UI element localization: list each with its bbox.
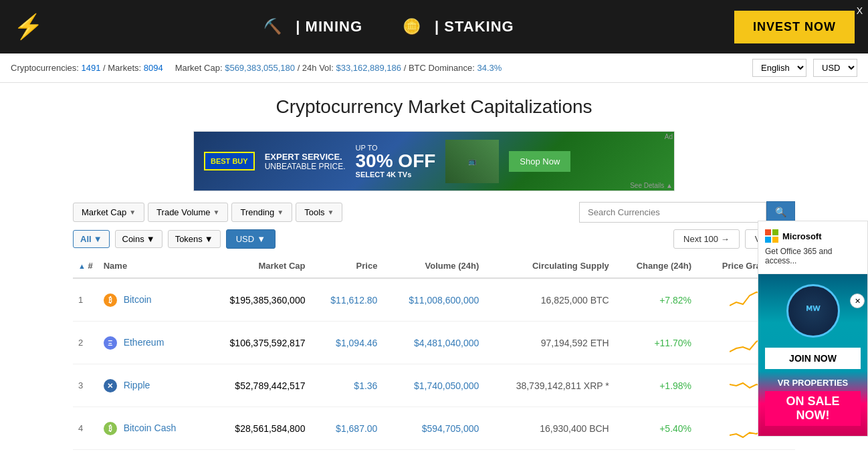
language-select[interactable]: English (752, 59, 806, 77)
table-row: 4 ₿ Bitcoin Cash $28,561,584,800 $1,687.… (73, 407, 795, 450)
currency-select[interactable]: USD (813, 59, 857, 77)
shop-now-button[interactable]: Shop Now (509, 151, 570, 172)
coin-name-link[interactable]: Ethereum (124, 336, 165, 347)
ad-see-details[interactable]: See Details ▲ (630, 182, 673, 189)
coin-name-link[interactable]: Bitcoin Cash (124, 422, 177, 433)
col-change[interactable]: Change (24h) (615, 254, 697, 278)
tools-filter[interactable]: Tools ▼ (296, 203, 342, 222)
markets-label: / Markets: (103, 63, 141, 73)
price-cell: $1.36 (310, 364, 383, 407)
crypto-label: Cryptocurrencies: (11, 63, 79, 73)
top-banner: ⚡ ⛏️ | MINING 🪙 | STAKING INVEST NOW X (0, 0, 868, 53)
search-button[interactable]: 🔍 (766, 201, 795, 223)
table-header: ▲ # Name Market Cap Price Volume (24h) C… (73, 254, 795, 278)
supply-cell: 38,739,142,811 XRP * (484, 364, 614, 407)
col-name[interactable]: Name (98, 254, 203, 278)
next100-button[interactable]: Next 100 → (673, 229, 740, 249)
col-volume[interactable]: Volume (24h) (383, 254, 484, 278)
volume-cell: $11,008,600,000 (383, 278, 484, 322)
trade-volume-arrow: ▼ (213, 209, 220, 216)
crypto-count-link[interactable]: 1491 (82, 63, 101, 73)
tokens-arrow: ▼ (205, 234, 213, 244)
supply-cell: 16,930,400 BCH (484, 407, 614, 450)
ms-logo-row: Microsoft (765, 229, 861, 243)
volume-link[interactable]: $11,008,600,000 (409, 295, 479, 306)
usd-button[interactable]: USD ▼ (226, 229, 276, 249)
vr-label: VR PROPERTIES (765, 378, 861, 388)
ms-logo-grid (765, 229, 778, 243)
price-link[interactable]: $1.36 (354, 380, 377, 391)
price-link[interactable]: $1,094.46 (336, 338, 377, 348)
coin-name-cell: ✕ Ripple (98, 364, 203, 407)
ms-square-yellow (772, 237, 778, 243)
price-cell: $1,687.00 (310, 407, 383, 450)
search-input[interactable] (579, 202, 766, 223)
sale-label: ON SALE NOW! (765, 391, 861, 426)
supply-cell: 16,825,000 BTC (484, 278, 614, 322)
nav-bar: Cryptocurrencies: 1491 / Markets: 8094 M… (0, 53, 868, 83)
ad-text: EXPERT SERVICE. UNBEATABLE PRICE. (265, 152, 346, 171)
volume-cell: $4,481,040,000 (383, 322, 484, 364)
rank-cell: 4 (73, 407, 98, 450)
coin-icon: ✕ (104, 379, 117, 392)
table-container: ▲ # Name Market Cap Price Volume (24h) C… (66, 254, 802, 450)
market-cap-cell: $106,375,592,817 (203, 322, 311, 364)
mining-icon: ⛏️ (263, 18, 282, 35)
coin-name-cell: ₿ Bitcoin (98, 278, 203, 322)
join-now-button[interactable]: JOIN NOW (765, 348, 861, 369)
ad-upto: UP TO 30% OFF SELECT 4K TVs (356, 144, 436, 179)
filter-bar: Market Cap ▼ Trade Volume ▼ Trending ▼ T… (66, 201, 802, 223)
ad-tag: Ad (665, 133, 673, 140)
col-marketcap[interactable]: Market Cap (203, 254, 311, 278)
invest-now-button[interactable]: INVEST NOW (734, 11, 855, 43)
trade-volume-filter[interactable]: Trade Volume ▼ (148, 203, 228, 222)
market-cap-cell: $195,385,360,000 (203, 278, 311, 322)
crypto-table: ▲ # Name Market Cap Price Volume (24h) C… (73, 254, 795, 450)
volume-link[interactable]: $4,481,040,000 (414, 338, 479, 348)
ms-square-green (772, 229, 778, 235)
banner-close-button[interactable]: X (857, 5, 863, 16)
trending-filter[interactable]: Trending ▼ (231, 203, 292, 222)
volume-cell: $594,705,000 (383, 407, 484, 450)
market-cap-filter[interactable]: Market Cap ▼ (73, 203, 144, 222)
markets-count-link[interactable]: 8094 (144, 63, 163, 73)
marketcap-value-link[interactable]: $569,383,055,180 (225, 63, 295, 73)
change-cell: +11.70% (615, 322, 697, 364)
tools-arrow: ▼ (328, 209, 334, 216)
sort-icon[interactable]: ▲ (78, 262, 86, 270)
rank-cell: 2 (73, 322, 98, 364)
dominance-value-link[interactable]: 34.3% (477, 63, 502, 73)
side-ad-container: ✕ Microsoft Get Office 365 and access...… (758, 221, 868, 437)
side-ad-close-button[interactable]: ✕ (850, 294, 865, 308)
rank-cell: 3 (73, 364, 98, 407)
bestbuy-logo: BEST BUY (204, 152, 255, 170)
vol-value-link[interactable]: $33,162,889,186 (336, 63, 401, 73)
ms-label: Microsoft (782, 231, 822, 241)
table-controls: All ▼ Coins ▼ Tokens ▼ USD ▼ Next 100 → … (66, 229, 802, 249)
change-cell: +5.40% (615, 407, 697, 450)
all-filter-button[interactable]: All ▼ (73, 230, 110, 248)
tokens-filter-button[interactable]: Tokens ▼ (168, 230, 221, 248)
coins-filter-button[interactable]: Coins ▼ (115, 230, 162, 248)
price-link[interactable]: $1,687.00 (336, 423, 377, 434)
col-supply[interactable]: Circulating Supply (484, 254, 614, 278)
volume-cell: $1,740,050,000 (383, 364, 484, 407)
price-cell: $1,094.46 (310, 322, 383, 364)
table-row: 2 Ξ Ethereum $106,375,592,817 $1,094.46 … (73, 322, 795, 364)
col-price[interactable]: Price (310, 254, 383, 278)
price-cell: $11,612.80 (310, 278, 383, 322)
table-body: 1 ₿ Bitcoin $195,385,360,000 $11,612.80 … (73, 278, 795, 450)
volume-link[interactable]: $1,740,050,000 (414, 380, 479, 391)
mining-label: | MINING (296, 18, 362, 35)
ms-desc: Get Office 365 and access... (765, 247, 861, 265)
dominance-label: / BTC Dominance: (404, 63, 475, 73)
ms-square-blue (765, 237, 771, 243)
volume-link[interactable]: $594,705,000 (422, 423, 479, 434)
coin-name-link[interactable]: Bitcoin (124, 294, 152, 304)
coin-name-cell: Ξ Ethereum (98, 322, 203, 364)
coin-name-link[interactable]: Ripple (124, 379, 150, 390)
vol-label: / 24h Vol: (298, 63, 334, 73)
coin-name-cell: ₿ Bitcoin Cash (98, 407, 203, 450)
price-link[interactable]: $11,612.80 (330, 295, 377, 306)
banner-center: ⛏️ | MINING 🪙 | STAKING (263, 18, 514, 35)
